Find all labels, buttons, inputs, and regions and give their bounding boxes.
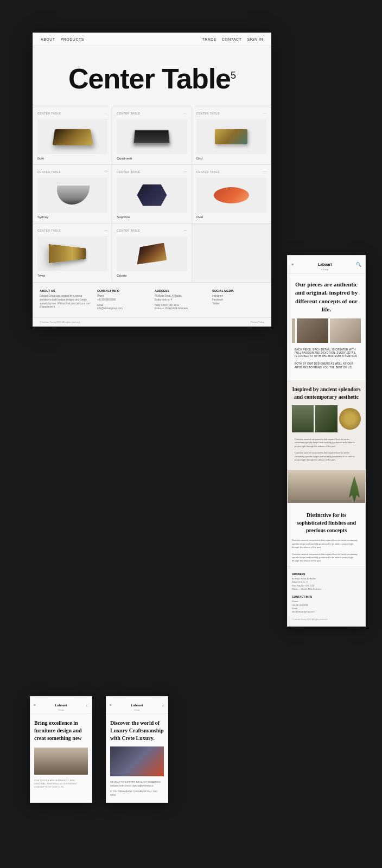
- expand-icon[interactable]: ···: [184, 228, 187, 233]
- mobile-panel-right: ≡ Laboart Group 🔍 Our pieces are authent…: [287, 255, 366, 627]
- expand-icon[interactable]: ···: [184, 111, 187, 116]
- nav-right: TRADE CONTACT SIGN IN: [202, 37, 263, 41]
- mobile-img3: [288, 470, 365, 503]
- hamburger-icon-1[interactable]: ≡: [34, 703, 36, 707]
- product-card[interactable]: CENTER TABLE ··· Oporto: [112, 224, 191, 282]
- product-card[interactable]: CENTER TABLE ··· Sapphire: [112, 165, 191, 223]
- nav-about[interactable]: ABOUT: [41, 37, 55, 41]
- nav-signin[interactable]: SIGN IN: [247, 37, 263, 41]
- room-img-fill: [330, 318, 361, 343]
- desktop-hero: Center Table5: [33, 46, 271, 106]
- product-card[interactable]: CENTER TABLE ··· Oval: [192, 165, 271, 223]
- product-image: [37, 236, 107, 271]
- furniture-image: [297, 318, 328, 343]
- product-card[interactable]: CENTER TABLE ··· Bolri: [33, 106, 112, 164]
- product-card-header: CENTER TABLE ···: [37, 228, 107, 233]
- footer-contact-label: CONTACT INFO: [292, 595, 361, 598]
- mobile-copyright: © Laboart Group 2019. All rights reserve…: [292, 618, 361, 621]
- privacy-link[interactable]: Privacy Policy: [251, 321, 264, 323]
- mobile-logo: Laboart Group: [318, 258, 332, 271]
- hamburger-icon[interactable]: ≡: [291, 262, 294, 267]
- copyright: © Laboart Group 2019. All rights reserve…: [40, 321, 80, 323]
- product-category: CENTER TABLE: [117, 170, 140, 174]
- mobile-images-row: [292, 318, 361, 343]
- footer-col-contact: CONTACT INFO Phone +00 00 000 0000 Email…: [97, 289, 149, 311]
- product-card-header: CENTER TABLE ···: [196, 169, 266, 174]
- bottom-panels: ≡ Laboart Group ⌕ Bring excellence in fu…: [30, 696, 168, 803]
- footer-address-info: Al Mujaz Road, Al Bades Dubai Unit no. 4…: [292, 577, 361, 591]
- footer-contact-info: Phone +00 00 001 8332 Email info@laboart…: [292, 600, 361, 614]
- footer-about-title: ABOUT US: [40, 289, 92, 292]
- room-img-3: [315, 405, 337, 432]
- product-category: CENTER TABLE: [117, 229, 140, 232]
- desktop-panel: ABOUT PRODUCTS TRADE CONTACT SIGN IN Cen…: [33, 33, 271, 327]
- mobile-small-panel-2: ≡ Laboart Group ⌕ Discover the world of …: [106, 696, 168, 803]
- oporto-shape: [137, 243, 167, 265]
- section2-desc2: Contains several components that expand …: [292, 451, 361, 462]
- nav-products[interactable]: PRODUCTS: [61, 37, 84, 41]
- small-panel-1-title: Bring excellence in furniture design and…: [34, 719, 88, 742]
- mobile-small-panel-1: ≡ Laboart Group ⌕ Bring excellence in fu…: [30, 696, 92, 803]
- expand-icon[interactable]: ···: [263, 169, 266, 174]
- expand-icon[interactable]: ···: [184, 169, 187, 174]
- building-image: [34, 748, 88, 775]
- plant-decoration: [349, 476, 360, 503]
- product-card[interactable]: CENTER TABLE ··· Quadmetti: [112, 106, 191, 164]
- mobile-nav-bar: ≡ Laboart Group 🔍: [288, 256, 365, 274]
- product-card-header: CENTER TABLE ···: [117, 169, 187, 174]
- product-category: CENTER TABLE: [37, 112, 61, 115]
- product-name: Oval: [196, 215, 266, 219]
- twist-shape: [49, 244, 86, 263]
- mobile-hero-title: Our pieces are authentic and original, i…: [292, 280, 361, 314]
- nav-contact[interactable]: CONTACT: [222, 37, 242, 41]
- footer-col-social: SOCIAL MEDIA Instagram Facebook Twitter: [212, 289, 264, 311]
- product-name: Oporto: [117, 274, 187, 277]
- footer-contact-title: CONTACT INFO: [97, 289, 149, 292]
- section3-desc1: Contains several components that expand …: [288, 539, 365, 549]
- product-image: [37, 177, 107, 213]
- dining-image: [110, 746, 164, 776]
- product-name: Grid: [196, 157, 266, 160]
- footer-about-text: Laboart Group was created by a strong am…: [40, 295, 92, 309]
- product-name: Quadmetti: [117, 157, 187, 160]
- product-card[interactable]: CENTER TABLE ··· Grid: [192, 106, 271, 164]
- grid-shape: [215, 129, 247, 144]
- expand-icon[interactable]: ···: [104, 111, 107, 116]
- product-category: CENTER TABLE: [117, 112, 140, 115]
- footer-col-address: ADDRESS Al Mujaz Road, Al Bades Dubai Un…: [155, 289, 207, 311]
- mobile-hero-section: Our pieces are authentic and original, i…: [288, 274, 365, 380]
- search-icon-1[interactable]: ⌕: [86, 703, 88, 707]
- sydney-shape: [55, 186, 90, 205]
- product-image: [117, 236, 187, 271]
- section2-desc1: Contains several components that expand …: [292, 438, 361, 448]
- small-panel-2-desc2: IF YOU CAN IMAGINE YOU CAN GET ALL YOU W…: [110, 790, 164, 797]
- mobile-images-row2: [292, 405, 361, 432]
- detail-text-2: BOTH BY OUR DESIGNERS AS WELL AS OUR ART…: [292, 362, 361, 369]
- product-category: CENTER TABLE: [196, 170, 220, 174]
- section3-desc2: Contains several components that expand …: [288, 553, 365, 563]
- product-card-header: CENTER TABLE ···: [196, 111, 266, 116]
- quadmetti-shape: [133, 130, 170, 143]
- desktop-footer: ABOUT US Laboart Group was created by a …: [33, 282, 271, 317]
- expand-icon[interactable]: ···: [104, 228, 107, 233]
- expand-icon[interactable]: ···: [263, 111, 266, 116]
- product-card[interactable]: CENTER TABLE ··· Twist: [33, 224, 112, 282]
- desktop-nav: ABOUT PRODUCTS TRADE CONTACT SIGN IN: [33, 33, 271, 46]
- product-card-header: CENTER TABLE ···: [37, 169, 107, 174]
- page-title: Center Table5: [68, 62, 235, 95]
- nav-trade[interactable]: TRADE: [202, 37, 216, 41]
- small-panel-1-content: Bring excellence in furniture design and…: [30, 714, 92, 794]
- product-image: [117, 119, 187, 154]
- logo-2: Laboart Group: [131, 699, 143, 711]
- small-panel-2-title: Discover the world of Luxury Craftsmansh…: [110, 719, 164, 742]
- product-card[interactable]: CENTER TABLE ··· Sydney: [33, 165, 112, 223]
- footer-address-title: ADDRESS: [155, 289, 207, 292]
- small-panel-1-bottom-text: OUR PIECES ARE AUTHENTIC AND ORIGINAL, I…: [34, 779, 88, 789]
- desktop-footer-bottom: © Laboart Group 2019. All rights reserve…: [33, 317, 271, 326]
- room-img-2: [292, 405, 314, 432]
- search-icon-2[interactable]: ⌕: [162, 703, 164, 707]
- search-icon[interactable]: 🔍: [356, 262, 361, 267]
- hamburger-icon-2[interactable]: ≡: [110, 703, 112, 707]
- mobile-footer: ADDRESS Al Mujaz Road, Al Bades Dubai Un…: [288, 566, 365, 626]
- expand-icon[interactable]: ···: [104, 169, 107, 174]
